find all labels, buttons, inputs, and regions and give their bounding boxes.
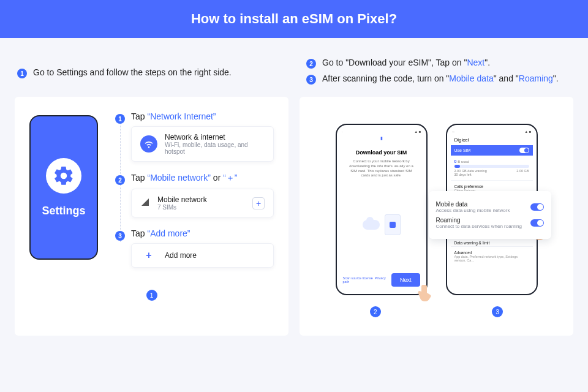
intro-step-3-text: After scanning the code, turn on "Mobile… [322, 74, 559, 83]
row-subtitle: Wi-Fi, mobile, data usage, and hotspot [165, 141, 265, 155]
pointing-hand-icon [413, 282, 437, 306]
next-link-text: Next [467, 58, 484, 67]
step-number-badge: 1 [17, 69, 27, 78]
cloud-icon [363, 220, 380, 230]
row-subtitle: 7 SIMs [157, 204, 207, 211]
page-header: How to install an eSIM on Pixel? [0, 0, 588, 38]
mobile-data-sub: Access data using mobile network [436, 208, 510, 213]
signal-icon [140, 197, 150, 209]
step-number-badge: 3 [306, 75, 316, 85]
substep-1: 1 Tap “Network Internet” Network & inter… [115, 111, 274, 162]
carrier-label: Digicel [451, 136, 533, 145]
intro-step-1: 1 Go to Settings and follow the steps on… [17, 67, 282, 78]
sim-card-icon [385, 214, 401, 235]
phone-download-sim: ·▲ ■ ▮ Download your SIM Connect to your… [336, 124, 428, 295]
mobile-data-link-text: Mobile data [449, 74, 493, 83]
card-number-badge: 1 [146, 290, 157, 301]
substep-3-title: Tap “Add more” [131, 228, 274, 238]
row-add-more[interactable]: + Add more [131, 243, 274, 268]
step-number-badge: 2 [115, 175, 125, 185]
substep-3: 3 Tap “Add more” + Add more [115, 228, 274, 268]
roaming-title: Roaming [436, 217, 522, 224]
mobile-data-title: Mobile data [436, 201, 510, 208]
roaming-link-text: Roaming [519, 74, 553, 83]
roaming-toggle[interactable] [530, 219, 544, 227]
toggles-callout-card: Mobile data Access data using mobile net… [429, 191, 551, 239]
sim-chip-icon: ▮ [341, 136, 423, 141]
row-mobile-network[interactable]: Mobile network 7 SIMs + [131, 189, 274, 217]
phone-sim-settings: ←▲ ■ Digicel Use SIM 0 B used 2.00 GB da… [446, 124, 538, 295]
card-settings-steps: Settings 1 Tap “Network Internet” Networ… [15, 97, 288, 336]
status-bar: ·▲ ■ [341, 130, 423, 136]
intro-step-2: 2 Go to "Download your eSIM", Tap on "Ne… [306, 58, 571, 69]
card-phone-screens: ·▲ ■ ▮ Download your SIM Connect to your… [300, 97, 573, 336]
intro-row: 1 Go to Settings and follow the steps on… [0, 38, 588, 97]
quota-days: 30 days left [454, 173, 529, 176]
roaming-row[interactable]: Roaming Connect to data services when ro… [436, 217, 544, 229]
intro-step-3: 3 After scanning the code, turn on "Mobi… [306, 74, 571, 85]
step-number-badge: 3 [115, 231, 125, 241]
use-sim-toggle[interactable] [519, 148, 529, 153]
wifi-icon [140, 135, 157, 153]
substep-1-title: Tap “Network Internet” [131, 111, 274, 121]
download-sim-illustration [341, 178, 423, 271]
mobile-data-toggle[interactable] [530, 203, 544, 211]
row-title: Mobile network [157, 195, 207, 204]
advanced-row[interactable]: Advanced App data, Preferred network typ… [451, 246, 533, 263]
substep-2: 2 Tap “Mobile network” or “＋” Mobile net… [115, 173, 274, 217]
step-number-badge: 2 [306, 59, 316, 69]
gear-icon [46, 158, 81, 194]
row-title: Network & internet [165, 133, 265, 141]
row-network-internet[interactable]: Network & internet Wi-Fi, mobile, data u… [131, 126, 274, 162]
quota-cap: 2.00 GB [516, 169, 529, 173]
settings-phone-illustration: Settings [29, 115, 98, 260]
use-sim-label: Use SIM [454, 148, 471, 153]
intro-step-2-text: Go to "Download your eSIM", Tap on "Next… [322, 58, 490, 67]
data-quota: 0 B used 2.00 GB data warning 2.00 GB 30… [451, 156, 533, 180]
download-sim-title: Download your SIM [341, 149, 423, 156]
card-number-badge: 2 [370, 306, 381, 317]
cards-row: Settings 1 Tap “Network Internet” Networ… [0, 97, 588, 336]
quota-used-unit: B used [458, 160, 469, 164]
quota-progress-bar [454, 165, 529, 168]
use-sim-row[interactable]: Use SIM [451, 145, 533, 156]
quota-used-number: 0 [454, 159, 457, 164]
step-number-badge: 1 [115, 114, 125, 124]
row-title: Add more [165, 251, 197, 260]
substep-2-title: Tap “Mobile network” or “＋” [131, 173, 274, 184]
intro-step-1-text: Go to Settings and follow the steps on t… [33, 67, 232, 77]
status-bar: ←▲ ■ [451, 130, 533, 136]
add-sim-plus-button[interactable]: + [252, 197, 265, 209]
page-title: How to install an eSIM on Pixel? [191, 11, 397, 26]
settings-label: Settings [42, 205, 85, 217]
footer-links[interactable]: Scan source license Privacy path [343, 276, 391, 284]
download-sim-desc: Connect to your mobile network by downlo… [341, 159, 423, 178]
mobile-data-row[interactable]: Mobile data Access data using mobile net… [436, 201, 544, 213]
intro-left: 1 Go to Settings and follow the steps on… [17, 53, 282, 89]
card-number-badge: 3 [492, 306, 503, 317]
plus-icon: + [140, 250, 157, 261]
roaming-sub: Connect to data services when roaming [436, 224, 522, 229]
intro-right: 2 Go to "Download your eSIM", Tap on "Ne… [306, 53, 571, 89]
